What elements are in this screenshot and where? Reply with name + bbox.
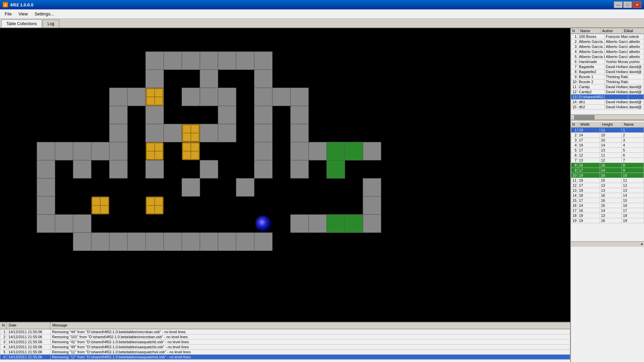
collection-row[interactable]: 12 Cantip2 David Holland david@	[571, 89, 644, 95]
svg-rect-14	[200, 88, 218, 106]
close-button[interactable]: ✕	[633, 1, 641, 8]
level-row[interactable]: 3 17 10 3	[571, 138, 644, 143]
col-email-header: EMail	[623, 28, 644, 34]
title-bar-controls: — □ ✕	[614, 1, 641, 8]
svg-rect-29	[218, 124, 236, 142]
svg-rect-22	[254, 106, 272, 124]
app-title: 4f02 1.0.0.0	[10, 2, 33, 7]
level-row[interactable]: 4 19 14 4	[571, 143, 644, 148]
menu-settings[interactable]: Settings...	[31, 10, 57, 18]
level-row[interactable]: 19 19 16 19	[571, 218, 644, 223]
svg-rect-38	[290, 142, 309, 160]
svg-rect-78	[327, 215, 345, 233]
svg-rect-69	[146, 233, 164, 251]
svg-rect-17	[272, 88, 290, 106]
svg-rect-46	[146, 160, 164, 178]
level-row[interactable]: 17 16 14 17	[571, 208, 644, 213]
level-row[interactable]: 13 19 13 13	[571, 188, 644, 193]
log-table[interactable]: 1 14/12/2011 21:55:06 Removing "44" from…	[0, 329, 570, 362]
level-row[interactable]: 8 16 16 8	[571, 163, 644, 168]
collection-row[interactable]: 13 D:\shared\4f02-...	[571, 95, 644, 100]
log-row[interactable]: 6 14/12/2011 21:55:06 Removing "12" from…	[0, 355, 570, 360]
col-author-header: Author	[601, 28, 623, 34]
levels-col-height: Height	[601, 122, 623, 127]
col-name-header: Name	[579, 28, 601, 34]
level-row[interactable]: 18 19 13 18	[571, 213, 644, 218]
level-row[interactable]: 12 17 13 12	[571, 183, 644, 188]
collection-row[interactable]: 3 Alberto García 2 Alberto García albeit…	[571, 44, 644, 49]
svg-rect-68	[127, 233, 146, 251]
tab-table-collections[interactable]: Table Collections	[1, 19, 42, 27]
svg-rect-51	[37, 178, 55, 196]
svg-rect-19	[109, 106, 127, 124]
svg-rect-20	[146, 106, 164, 124]
svg-rect-23	[290, 106, 309, 124]
svg-rect-59	[73, 215, 91, 233]
svg-rect-39	[309, 142, 327, 160]
levels-list[interactable]: 1 19 11 12 14 10 23 17 10 34 19 14 45 17…	[571, 127, 644, 241]
level-row[interactable]: 7 13 12 7	[571, 158, 644, 163]
svg-rect-18	[290, 88, 309, 106]
svg-rect-75	[254, 233, 272, 251]
maximize-button[interactable]: □	[623, 1, 632, 8]
game-area[interactable]: Turns: 0, placed 0/6	[0, 28, 570, 362]
levels-col-n: N	[571, 122, 579, 127]
collection-row[interactable]: 14 dh1 David Holland david@	[571, 100, 644, 105]
level-row[interactable]: 2 14 10 2	[571, 133, 644, 138]
hscroll-thumb[interactable]	[574, 115, 594, 119]
main-content: Turns: 0, placed 0/6 N Name Author EMail…	[0, 28, 644, 362]
log-row[interactable]: 3 14/12/2011 21:55:06 Removing "41" from…	[0, 340, 570, 345]
collections-hscrollbar[interactable]	[571, 114, 644, 120]
svg-rect-42	[363, 142, 381, 160]
log-row[interactable]: 2 14/12/2011 21:55:06 Removing "101" fro…	[0, 335, 570, 340]
level-row[interactable]: 5 17 13 5	[571, 148, 644, 153]
svg-rect-43	[37, 160, 55, 178]
title-bar-left: 4 4f02 1.0.0.0	[3, 2, 33, 7]
svg-rect-64	[363, 215, 381, 233]
collection-row[interactable]: 6 Handmade Yoshio Murase yoshio	[571, 59, 644, 64]
game-grid	[0, 28, 570, 303]
svg-rect-57	[37, 215, 55, 233]
collection-row[interactable]: 9 Boxole 1 Thinking Rabbit...	[571, 74, 644, 79]
collections-list[interactable]: 1 100 Boxes François Marques sokob2 Albe…	[571, 34, 644, 114]
level-row[interactable]: 9 17 14 9	[571, 168, 644, 173]
collection-row[interactable]: 7 Bagatelle David Holland david@	[571, 64, 644, 69]
level-row[interactable]: 15 17 16 15	[571, 198, 644, 203]
minimize-button[interactable]: —	[614, 1, 623, 8]
levels-col-width: Width	[579, 122, 601, 127]
collection-row[interactable]: 4 Alberto García 3 Alberto García albeit…	[571, 49, 644, 54]
svg-rect-58	[55, 215, 73, 233]
menu-file[interactable]: File	[1, 10, 15, 18]
level-row[interactable]: 6 12 11 6	[571, 153, 644, 158]
svg-rect-13	[182, 88, 200, 106]
level-row[interactable]: 1 19 11 1	[571, 128, 644, 133]
svg-rect-71	[182, 233, 200, 251]
level-row[interactable]: 14 18 16 14	[571, 193, 644, 198]
svg-rect-37	[254, 142, 272, 160]
svg-rect-6	[254, 52, 272, 70]
level-row[interactable]: 16 14 15 16	[571, 203, 644, 208]
log-col-n: N	[0, 322, 7, 329]
collection-row[interactable]: 8 Bagatelle2 David Holland david@	[571, 69, 644, 74]
collection-row[interactable]: 2 Alberto García 1 Alberto García albeit…	[571, 39, 644, 44]
svg-rect-31	[290, 124, 309, 142]
menu-view[interactable]: View	[15, 10, 31, 18]
svg-point-100	[257, 217, 270, 230]
log-row[interactable]: 4 14/12/2011 21:55:06 Removing "49" from…	[0, 345, 570, 350]
svg-rect-3	[200, 52, 218, 70]
svg-rect-15	[218, 88, 236, 106]
collection-row[interactable]: 15 dh2 David Holland david@	[571, 105, 644, 110]
level-row[interactable]: 11 19 15 11	[571, 178, 644, 183]
svg-rect-16	[254, 88, 272, 106]
log-row[interactable]: 1 14/12/2011 21:55:06 Removing "44" from…	[0, 329, 570, 335]
collection-row[interactable]: 10 Boxole 2 Thinking Rabbit...	[571, 79, 644, 84]
log-row[interactable]: 5 14/12/2011 21:55:06 Removing "11" from…	[0, 350, 570, 355]
collection-row[interactable]: 5 Alberto García B... Alberto García alb…	[571, 54, 644, 59]
collection-row[interactable]: 1 100 Boxes François Marques sokob	[571, 34, 644, 39]
level-row[interactable]: 10 19 16 10	[571, 173, 644, 178]
svg-rect-33	[55, 142, 73, 160]
tab-bar: Table Collections Log	[0, 19, 644, 28]
menu-bar: File View Settings...	[0, 9, 644, 19]
collection-row[interactable]: 11 Cantip David Holland david@	[571, 84, 644, 89]
tab-log[interactable]: Log	[43, 19, 59, 27]
